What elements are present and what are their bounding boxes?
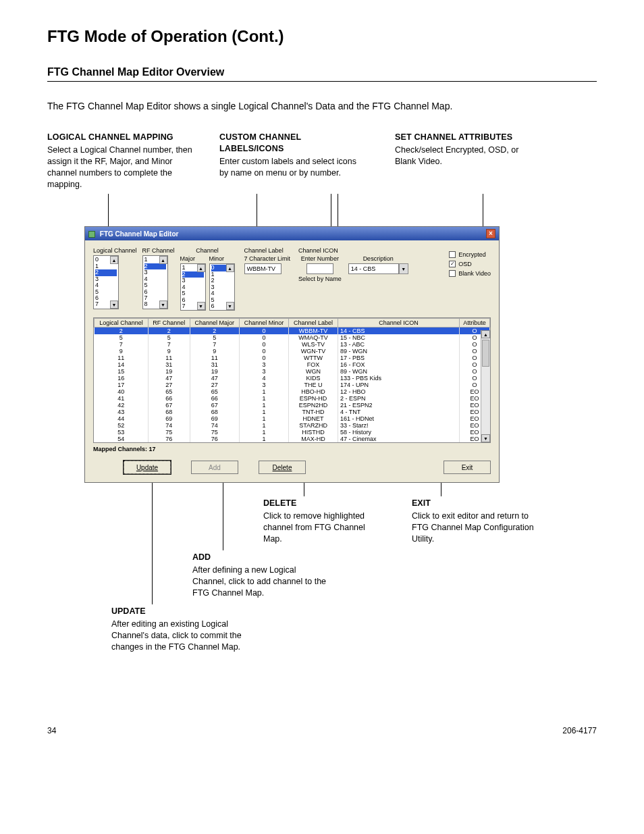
major-label: Major: [180, 255, 206, 262]
encrypted-label: Encrypted: [458, 251, 486, 258]
scroll-down-icon[interactable]: ▼: [159, 301, 167, 309]
rf-channel-label: RF Channel: [142, 247, 175, 254]
doc-number: 206-4177: [562, 726, 597, 735]
add-button[interactable]: Add: [191, 461, 238, 474]
channel-label-lbl: Channel Label: [244, 247, 291, 254]
callouts-bottom: DELETE Click to remove highlighted chann…: [47, 483, 597, 645]
channel-icon-lbl: Channel ICON: [298, 247, 408, 254]
callout-labels-h: CUSTOM CHANNEL LABELS/ICONS: [219, 132, 361, 155]
scroll-up-icon[interactable]: ▲: [226, 264, 234, 272]
blank-video-checkbox[interactable]: Blank Video: [449, 270, 491, 277]
minor-list[interactable]: ▲ 012345678 ▼: [209, 263, 235, 311]
callout-exit-t: Click to exit editor and return to FTG C…: [412, 511, 534, 544]
callout-add-t: After defining a new Logical Channel, cl…: [192, 565, 326, 598]
app-icon: [88, 231, 95, 238]
logical-channel-list[interactable]: ▲ 0123456789 ▼: [93, 255, 119, 309]
delete-button[interactable]: Delete: [259, 461, 306, 474]
callout-add: ADD After defining a new Logical Channel…: [192, 552, 331, 599]
icon-number-input[interactable]: [306, 263, 333, 274]
channel-grid[interactable]: Logical ChannelRF ChannelChannel MajorCh…: [93, 317, 491, 443]
scroll-up-icon[interactable]: ▲: [481, 330, 490, 338]
callout-mapping-t: Select a Logical Channel number, then as…: [47, 145, 192, 189]
callout-delete-t: Click to remove highlighted channel from…: [263, 511, 365, 544]
channel-label: Channel: [180, 247, 235, 254]
attributes-col: Encrypted ✓OSD Blank Video: [449, 247, 491, 280]
button-row: Update Add Delete Exit: [85, 455, 499, 482]
osd-checkbox[interactable]: ✓OSD: [449, 261, 491, 267]
rf-channel-col: RF Channel ▲ 12345678910 ▼: [142, 247, 175, 309]
callout-update: UPDATE After editing an existing Logical…: [111, 606, 246, 653]
mapped-channels-label: Mapped Channels: 17: [85, 446, 499, 455]
editor-dialog: FTG Channel Map Editor × Logical Channel…: [84, 226, 500, 483]
encrypted-checkbox[interactable]: Encrypted: [449, 251, 491, 258]
dialog-title: FTG Channel Map Editor: [88, 230, 178, 238]
rf-channel-list[interactable]: ▲ 12345678910 ▼: [142, 255, 168, 309]
scroll-up-icon[interactable]: ▲: [110, 256, 118, 264]
scroll-up-icon[interactable]: ▲: [197, 264, 205, 272]
scroll-down-icon[interactable]: ▼: [197, 302, 205, 310]
description-lbl: Description: [363, 255, 394, 262]
page-number: 34: [47, 726, 56, 735]
icon-desc-input[interactable]: [348, 263, 399, 274]
callout-labels-t: Enter custom labels and select icons by …: [219, 157, 356, 178]
callout-attr: SET CHANNEL ATTRIBUTES Check/select Encr…: [395, 132, 537, 190]
channel-col: Channel Major ▲ 123456789 ▼ Minor ▲: [180, 247, 235, 311]
callout-attr-t: Check/select Encrypted, OSD, or Blank Vi…: [395, 145, 518, 166]
callout-mapping-h: LOGICAL CHANNEL MAPPING: [47, 132, 192, 143]
callout-add-h: ADD: [192, 552, 331, 563]
upper-panel: Logical Channel ▲ 0123456789 ▼ RF Channe…: [85, 240, 499, 446]
channel-label-col: Channel Label 7 Character Limit: [244, 247, 291, 274]
pointer-lines-top: [47, 194, 597, 226]
dialog-title-text: FTG Channel Map Editor: [100, 230, 179, 238]
callout-labels: CUSTOM CHANNEL LABELS/ICONS Enter custom…: [219, 132, 361, 190]
osd-label: OSD: [458, 261, 472, 267]
dropdown-icon[interactable]: ▼: [399, 263, 408, 274]
callout-update-t: After editing an existing Logical Channe…: [111, 619, 242, 652]
scroll-thumb[interactable]: [482, 340, 489, 367]
callouts-top: LOGICAL CHANNEL MAPPING Select a Logical…: [47, 132, 597, 190]
channel-label-input[interactable]: [244, 263, 281, 274]
update-button[interactable]: Update: [124, 461, 171, 474]
scroll-up-icon[interactable]: ▲: [159, 256, 167, 264]
section-title: FTG Channel Map Editor Overview: [47, 66, 597, 78]
select-by-name-lbl: Select by Name: [298, 276, 342, 282]
callout-update-h: UPDATE: [111, 606, 246, 617]
callout-delete: DELETE Click to remove highlighted chann…: [263, 498, 381, 545]
intro-text: The FTG Channel Map Editor shows a singl…: [47, 101, 597, 111]
titlebar: FTG Channel Map Editor ×: [85, 227, 499, 240]
callout-attr-h: SET CHANNEL ATTRIBUTES: [395, 132, 537, 143]
channel-label-hint: 7 Character Limit: [244, 255, 291, 262]
callout-mapping: LOGICAL CHANNEL MAPPING Select a Logical…: [47, 132, 192, 190]
logical-channel-label: Logical Channel: [93, 247, 137, 254]
page-title: FTG Mode of Operation (Cont.): [47, 27, 597, 46]
blank-video-label: Blank Video: [458, 270, 491, 277]
footer: 34 206-4177: [47, 726, 597, 735]
scroll-down-icon[interactable]: ▼: [226, 302, 234, 310]
logical-channel-col: Logical Channel ▲ 0123456789 ▼: [93, 247, 137, 309]
major-list[interactable]: ▲ 123456789 ▼: [180, 263, 206, 311]
scroll-down-icon[interactable]: ▼: [110, 301, 118, 309]
close-icon[interactable]: ×: [486, 229, 495, 238]
enter-number-lbl: Enter Number: [301, 255, 339, 262]
grid-scrollbar[interactable]: ▲ ▼: [481, 330, 490, 442]
minor-label: Minor: [209, 255, 235, 262]
callout-exit: EXIT Click to exit editor and return to …: [412, 498, 537, 545]
exit-button[interactable]: Exit: [444, 461, 491, 474]
callout-delete-h: DELETE: [263, 498, 381, 509]
rule: [47, 81, 597, 82]
channel-icon-col: Channel ICON Enter Number Select by Name…: [298, 247, 408, 284]
callout-exit-h: EXIT: [412, 498, 537, 509]
scroll-down-icon[interactable]: ▼: [481, 434, 490, 442]
